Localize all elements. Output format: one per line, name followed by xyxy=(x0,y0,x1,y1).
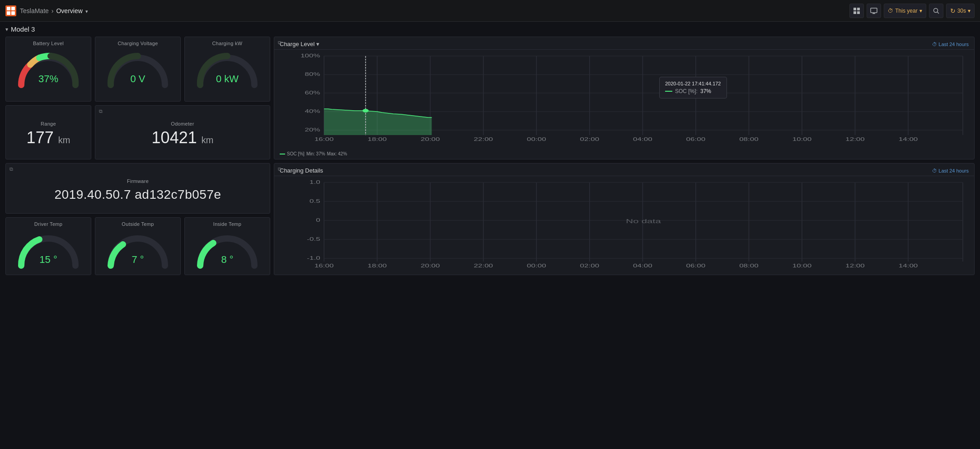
battery-level-title: Battery Level xyxy=(29,37,67,46)
refresh-rate-label: 30s xyxy=(957,8,966,14)
svg-text:12:00: 12:00 xyxy=(845,263,865,268)
svg-text:No data: No data xyxy=(626,218,661,224)
range-panel: Range 177 km xyxy=(5,105,91,159)
svg-text:08:00: 08:00 xyxy=(739,137,759,142)
charge-chart-title: Charge Level ▾ xyxy=(280,41,319,47)
range-value: 177 km xyxy=(27,128,70,147)
svg-text:16:00: 16:00 xyxy=(314,263,334,268)
time-range-picker[interactable]: ⏱ This year ▾ xyxy=(884,4,926,18)
charging-kw-title: Charging kW xyxy=(209,37,246,46)
model-name: Model 3 xyxy=(11,25,35,33)
charging-details-chart-panel: ⧉ Charging Details ⏱ Last 24 hours xyxy=(274,163,975,275)
svg-text:60%: 60% xyxy=(305,90,320,95)
dashboard-grid: Battery Level 37% Charging V xyxy=(5,37,975,275)
charge-chart-header: Charge Level ▾ ⏱ Last 24 hours xyxy=(274,37,974,50)
svg-text:02:00: 02:00 xyxy=(580,137,600,142)
time-range-label: This year xyxy=(895,8,917,14)
odometer-title: Odometer xyxy=(167,117,197,126)
odometer-panel: ⧉ Odometer 10421 km xyxy=(95,105,270,159)
svg-text:100%: 100% xyxy=(300,53,320,58)
svg-text:02:00: 02:00 xyxy=(580,263,600,268)
charge-chart-external-icon[interactable]: ⧉ xyxy=(278,40,281,46)
model-header[interactable]: ▾ Model 3 xyxy=(5,25,975,33)
svg-text:04:00: 04:00 xyxy=(633,137,652,142)
firmware-value: 2019.40.50.7 ad132c7b057e xyxy=(54,187,221,202)
svg-text:14:00: 14:00 xyxy=(899,263,918,268)
refresh-icon: ↻ xyxy=(950,7,956,14)
firmware-title: Firmware xyxy=(123,175,152,184)
monitor-button[interactable] xyxy=(867,4,881,18)
odometer-external-icon[interactable]: ⧉ xyxy=(99,108,103,114)
clock-icon: ⏱ xyxy=(888,8,893,14)
svg-text:14:00: 14:00 xyxy=(899,137,918,142)
topbar-controls: ⏱ This year ▾ ↻ 30s ▾ xyxy=(849,4,975,18)
svg-text:18:00: 18:00 xyxy=(367,263,387,268)
svg-text:04:00: 04:00 xyxy=(633,263,652,268)
charging-chart-area: 1.0 0.5 0 -0.5 -1.0 xyxy=(274,176,974,275)
svg-text:10:00: 10:00 xyxy=(792,137,812,142)
firmware-panel: ⧉ Firmware 2019.40.50.7 ad132c7b057e xyxy=(5,163,270,214)
driver-temp-gauge: 15 ° xyxy=(14,229,82,266)
legend-dot-icon xyxy=(280,154,285,154)
svg-rect-0 xyxy=(853,8,856,10)
legend-max: Max: 42% xyxy=(327,151,347,156)
svg-rect-4 xyxy=(871,8,877,13)
battery-level-panel: Battery Level 37% xyxy=(5,37,91,102)
charging-voltage-panel: Charging Voltage 0 V xyxy=(95,37,181,102)
main-content: ▾ Model 3 Battery Level 37 xyxy=(0,22,980,279)
outside-temp-value: 7 ° xyxy=(131,254,144,266)
inside-temp-panel: Inside Temp 8 ° xyxy=(184,217,270,275)
svg-point-46 xyxy=(362,109,369,112)
svg-line-8 xyxy=(937,12,939,14)
svg-text:00:00: 00:00 xyxy=(527,137,546,142)
inside-temp-value: 8 ° xyxy=(221,254,233,266)
svg-text:06:00: 06:00 xyxy=(686,263,706,268)
driver-temp-title: Driver Temp xyxy=(31,218,66,227)
svg-rect-2 xyxy=(853,11,856,14)
collapse-icon: ▾ xyxy=(5,26,8,33)
charging-chart-title: Charging Details xyxy=(280,167,323,174)
charging-voltage-title: Charging Voltage xyxy=(114,37,161,46)
svg-text:0.5: 0.5 xyxy=(309,199,320,204)
svg-text:16:00: 16:00 xyxy=(314,137,334,142)
search-button[interactable] xyxy=(929,4,943,18)
grid-view-button[interactable] xyxy=(849,4,864,18)
charging-voltage-gauge: 0 V xyxy=(104,49,172,85)
svg-text:20%: 20% xyxy=(305,127,320,132)
breadcrumb: TeslaMate › Overview ▾ xyxy=(20,7,88,14)
inside-temp-title: Inside Temp xyxy=(210,218,245,227)
charge-chart-legend: SOC [%] Min: 37% Max: 42% xyxy=(274,150,974,159)
svg-rect-1 xyxy=(857,8,860,10)
charge-chart-time-badge: ⏱ Last 24 hours xyxy=(932,42,969,47)
outside-temp-gauge: 7 ° xyxy=(104,229,172,266)
legend-min: Min: 37% xyxy=(306,151,325,156)
topbar: TeslaMate › Overview ▾ ⏱ This year ▾ xyxy=(0,0,980,22)
charge-title-chevron: ▾ xyxy=(316,41,319,47)
svg-text:80%: 80% xyxy=(305,72,320,77)
app-logo xyxy=(5,5,16,16)
charging-chart-header: Charging Details ⏱ Last 24 hours xyxy=(274,164,974,176)
charging-chart-external-icon[interactable]: ⧉ xyxy=(278,166,281,172)
odometer-value: 10421 km xyxy=(152,128,214,147)
svg-text:-1.0: -1.0 xyxy=(307,256,320,261)
legend-label: SOC [%] xyxy=(287,151,305,156)
inside-temp-gauge: 8 ° xyxy=(193,229,261,266)
range-title: Range xyxy=(37,117,60,126)
svg-text:-0.5: -0.5 xyxy=(307,237,320,242)
svg-text:0: 0 xyxy=(316,218,320,223)
refresh-chevron-icon: ▾ xyxy=(968,8,971,14)
svg-text:20:00: 20:00 xyxy=(421,263,440,268)
firmware-external-icon[interactable]: ⧉ xyxy=(9,166,13,172)
charging-kw-gauge: 0 kW xyxy=(193,49,261,85)
svg-text:12:00: 12:00 xyxy=(845,137,865,142)
svg-text:08:00: 08:00 xyxy=(739,263,759,268)
time-chevron-icon: ▾ xyxy=(919,8,922,14)
svg-text:10:00: 10:00 xyxy=(792,263,812,268)
driver-temp-value: 15 ° xyxy=(39,254,57,266)
charge-level-chart-panel: ⧉ Charge Level ▾ ⏱ Last 24 hours xyxy=(274,37,975,159)
charging-kw-value: 0 kW xyxy=(216,73,239,85)
svg-text:06:00: 06:00 xyxy=(686,137,706,142)
svg-text:20:00: 20:00 xyxy=(421,137,440,142)
refresh-control[interactable]: ↻ 30s ▾ xyxy=(946,4,975,18)
driver-temp-panel: Driver Temp 15 ° xyxy=(5,217,91,275)
